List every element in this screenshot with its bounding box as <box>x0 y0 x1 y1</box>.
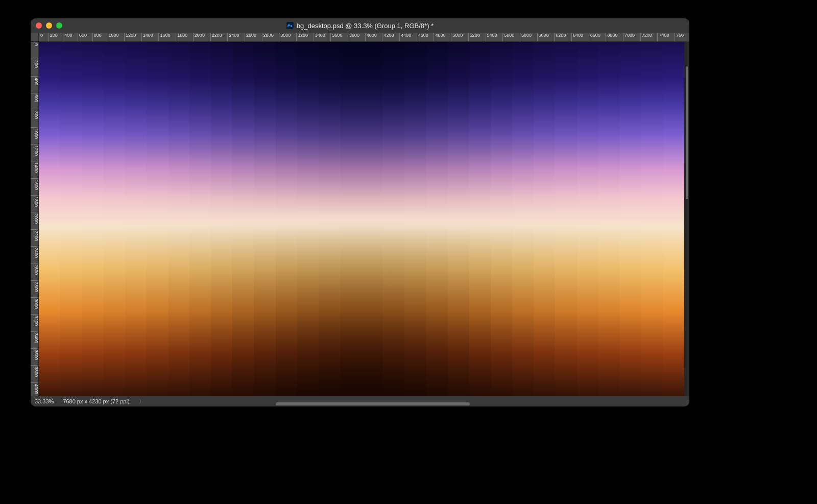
ruler-tick: 1800 <box>176 33 193 41</box>
ruler-horizontal[interactable]: 0200400600800100012001400160018002000220… <box>39 33 689 42</box>
gradient-stripe <box>254 42 275 396</box>
zoom-icon[interactable] <box>56 22 62 29</box>
status-bar: 33.33% 7680 px x 4230 px (72 ppi) 〉 <box>31 396 689 406</box>
ruler-tick: 2800 <box>262 33 279 41</box>
gradient-stripe <box>39 42 60 396</box>
gradient-stripe <box>491 42 512 396</box>
gradient-stripe <box>598 42 620 396</box>
work-area: 0200400600800100012001400160018002000220… <box>31 33 689 396</box>
ruler-tick: 4200 <box>382 33 399 41</box>
ruler-tick: 600 <box>78 33 92 41</box>
ruler-tick: 1000 <box>31 127 38 139</box>
ruler-tick: 2200 <box>31 229 38 241</box>
ruler-tick: 6000 <box>537 33 555 41</box>
ruler-tick: 3400 <box>314 33 331 41</box>
document-dimensions[interactable]: 7680 px x 4230 px (72 ppi) <box>63 398 129 404</box>
ruler-tick: 2600 <box>245 33 262 41</box>
gradient-stripe <box>404 42 426 396</box>
canvas[interactable] <box>39 42 684 396</box>
ruler-tick: 1000 <box>107 33 124 41</box>
ruler-tick: 5400 <box>486 33 503 41</box>
ruler-tick: 1600 <box>31 178 38 190</box>
gradient-stripe <box>168 42 189 396</box>
ruler-tick: 6600 <box>589 33 606 41</box>
ruler-tick: 6800 <box>606 33 623 41</box>
ruler-tick: 5800 <box>520 33 537 41</box>
ruler-tick: 400 <box>31 76 38 85</box>
gradient-stripe <box>534 42 555 396</box>
gradient-stripe <box>555 42 576 396</box>
gradient-stripe <box>232 42 254 396</box>
ruler-tick: 7000 <box>623 33 640 41</box>
ruler-tick: 3000 <box>279 33 296 41</box>
gradient-stripe <box>362 42 383 396</box>
ruler-tick: 4600 <box>417 33 434 41</box>
ruler-tick: 3600 <box>330 33 348 41</box>
canvas-viewport[interactable] <box>39 42 689 396</box>
titlebar: Ps bg_desktop.psd @ 33.3% (Group 1, RGB/… <box>31 18 689 33</box>
ruler-tick: 400 <box>63 33 78 41</box>
ruler-tick: 5000 <box>451 33 468 41</box>
gradient-stripe <box>383 42 404 396</box>
ruler-tick: 2400 <box>31 246 38 258</box>
document-title-text: bg_desktop.psd @ 33.3% (Group 1, RGB/8*)… <box>297 22 434 30</box>
gradient-stripe <box>340 42 362 396</box>
ruler-tick: 2000 <box>193 33 210 41</box>
gradient-stripe <box>620 42 641 396</box>
gradient-stripe <box>211 42 232 396</box>
ruler-tick: 2400 <box>227 33 245 41</box>
ruler-tick: 2600 <box>31 263 38 275</box>
ruler-tick: 1600 <box>158 33 176 41</box>
ruler-vertical[interactable]: 0200400600800100012001400160018002000220… <box>31 42 39 396</box>
gradient-stripe <box>60 42 82 396</box>
ruler-tick: 1800 <box>31 195 38 207</box>
ruler-tick: 4400 <box>399 33 417 41</box>
ruler-tick: 6400 <box>571 33 589 41</box>
gradient-stripe <box>319 42 340 396</box>
ruler-tick: 1400 <box>31 161 38 173</box>
ruler-tick: 0 <box>39 33 49 41</box>
ruler-tick: 2800 <box>31 280 38 292</box>
ruler-tick: 800 <box>92 33 107 41</box>
ruler-tick: 3200 <box>296 33 314 41</box>
ruler-tick: 4000 <box>365 33 382 41</box>
gradient-stripe <box>147 42 168 396</box>
zoom-level[interactable]: 33.33% <box>35 398 54 404</box>
gradient-stripe <box>82 42 103 396</box>
ruler-tick: 2200 <box>210 33 228 41</box>
gradient-stripe <box>189 42 211 396</box>
window-controls <box>36 22 62 29</box>
ruler-tick: 600 <box>31 93 38 102</box>
ruler-tick: 3000 <box>31 297 38 309</box>
ruler-tick: 0 <box>31 42 38 46</box>
close-icon[interactable] <box>36 22 42 29</box>
ruler-tick: 1400 <box>141 33 159 41</box>
gradient-stripe <box>276 42 297 396</box>
gradient-stripe <box>469 42 491 396</box>
ruler-tick: 3800 <box>31 365 38 377</box>
document-title: Ps bg_desktop.psd @ 33.3% (Group 1, RGB/… <box>31 22 689 30</box>
ruler-tick: 1200 <box>124 33 141 41</box>
ruler-tick: 200 <box>49 33 63 41</box>
gradient-stripe <box>103 42 125 396</box>
ruler-tick: 5600 <box>502 33 520 41</box>
gradient-stripe <box>448 42 469 396</box>
ruler-tick: 3400 <box>31 331 38 343</box>
gradient-stripe <box>641 42 663 396</box>
ruler-tick: 7200 <box>640 33 658 41</box>
vertical-scrollbar[interactable] <box>686 66 688 199</box>
ruler-origin[interactable] <box>31 33 39 42</box>
chevron-right-icon[interactable]: 〉 <box>139 398 145 405</box>
gradient-stripe <box>297 42 319 396</box>
ruler-tick: 1200 <box>31 144 38 156</box>
ruler-tick: 4000 <box>31 382 38 394</box>
ruler-tick: 3800 <box>348 33 365 41</box>
minimize-icon[interactable] <box>46 22 52 29</box>
ruler-tick: 760 <box>675 33 689 41</box>
ruler-tick: 6200 <box>554 33 571 41</box>
gradient-stripe <box>125 42 147 396</box>
ruler-tick: 5200 <box>468 33 486 41</box>
horizontal-scrollbar[interactable] <box>276 402 470 405</box>
ruler-tick: 4800 <box>434 33 451 41</box>
ruler-tick: 2000 <box>31 212 38 224</box>
